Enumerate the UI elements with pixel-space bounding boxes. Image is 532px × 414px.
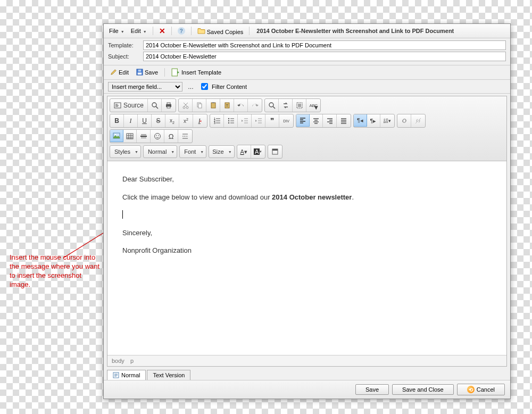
undo-button[interactable]: [234, 99, 248, 112]
smiley-button[interactable]: [151, 130, 164, 143]
numbered-list-button[interactable]: 123: [210, 114, 224, 127]
header-fields: Template: Subject:: [104, 38, 510, 65]
align-center-icon: [312, 117, 320, 125]
special-char-button[interactable]: Ω: [164, 130, 178, 143]
path-body[interactable]: body: [112, 358, 124, 364]
remove-format-button[interactable]: I×: [193, 114, 207, 127]
edit-menu[interactable]: Edit ▼: [129, 27, 149, 35]
underline-button[interactable]: U: [138, 114, 152, 127]
replace-button[interactable]: [279, 99, 293, 112]
format-combo[interactable]: Normal▼: [143, 145, 177, 158]
copy-button[interactable]: [193, 99, 206, 112]
insert-template-button[interactable]: Insert Template: [169, 67, 223, 78]
separator: [191, 27, 192, 35]
align-left-button[interactable]: [296, 114, 310, 127]
link-button[interactable]: [397, 114, 411, 127]
unlink-icon: [414, 117, 422, 125]
strike-button[interactable]: S: [152, 114, 165, 127]
ltr-button[interactable]: ¶◂: [353, 114, 367, 127]
size-combo[interactable]: Size▼: [209, 145, 234, 158]
svg-point-11: [183, 106, 185, 109]
hr-button[interactable]: [137, 130, 151, 143]
smiley-icon: [154, 133, 161, 140]
language-button[interactable]: 話▾: [380, 114, 394, 127]
div-button[interactable]: DIV: [279, 114, 293, 127]
print-button[interactable]: [162, 99, 176, 112]
chevron-down-icon: ▼: [135, 150, 138, 154]
printer-icon: [165, 102, 172, 109]
table-button[interactable]: [123, 130, 137, 143]
text-color-button[interactable]: A▾: [237, 145, 251, 158]
paste-text-button[interactable]: T: [220, 99, 234, 112]
outdent-button[interactable]: [238, 114, 252, 127]
rtl-button[interactable]: ¶▸: [367, 114, 380, 127]
help-button[interactable]: ?: [176, 26, 187, 36]
svg-rect-37: [272, 149, 278, 151]
strike-icon: S: [156, 117, 160, 125]
unlink-button[interactable]: [411, 114, 425, 127]
svg-line-20: [273, 106, 275, 109]
editor-content-area[interactable]: Dear Subscriber, Click the image below t…: [107, 161, 506, 355]
annotation-callout: Insert the mouse cursor into the message…: [10, 253, 100, 289]
maximize-button[interactable]: [268, 145, 282, 158]
edit-button[interactable]: Edit: [108, 68, 131, 78]
svg-rect-14: [198, 104, 202, 108]
floppy-icon: [136, 69, 143, 77]
pagebreak-icon: [181, 133, 189, 140]
filter-content-checkbox[interactable]: Filter Content: [199, 81, 247, 92]
indent-button[interactable]: [252, 114, 265, 127]
blockquote-button[interactable]: ❞: [265, 114, 279, 127]
separator: [249, 27, 250, 35]
ol-icon: 123: [213, 117, 221, 125]
align-right-button[interactable]: [323, 114, 337, 127]
dialog-cancel-button[interactable]: ⟲ Cancel: [457, 384, 505, 395]
preview-button[interactable]: [148, 99, 162, 112]
redo-button[interactable]: [248, 99, 262, 112]
page-break-button[interactable]: [178, 130, 192, 143]
bulleted-list-button[interactable]: [224, 114, 238, 127]
italic-button[interactable]: I: [124, 114, 138, 127]
file-menu[interactable]: File ▼: [107, 27, 127, 35]
svg-point-35: [158, 135, 159, 136]
spellcheck-button[interactable]: ABC ▼: [306, 99, 320, 112]
saved-copies-button[interactable]: Saved Copies: [195, 26, 246, 36]
subject-input[interactable]: [143, 52, 506, 61]
action-toolbar: Edit Save Insert Template: [104, 65, 510, 80]
svg-point-33: [154, 134, 160, 139]
dialog-save-close-button[interactable]: Save and Close: [392, 384, 454, 395]
tab-normal[interactable]: Normal: [107, 370, 146, 380]
merge-field-select[interactable]: Insert merge field...: [108, 82, 182, 92]
pilcrow-ltr-icon: ¶◂: [357, 117, 363, 124]
maximize-icon: [271, 148, 279, 155]
select-all-button[interactable]: [293, 99, 306, 112]
cut-button[interactable]: [179, 99, 193, 112]
font-combo[interactable]: Font▼: [179, 145, 206, 158]
chevron-down-icon: ▼: [143, 30, 147, 34]
source-button[interactable]: Source: [110, 99, 148, 112]
dialog-save-button[interactable]: Save: [355, 384, 389, 395]
bg-color-button[interactable]: A▾: [251, 145, 265, 158]
find-button[interactable]: [265, 99, 279, 112]
link-icon: [401, 117, 408, 125]
superscript-button[interactable]: x2: [179, 114, 193, 127]
separator: [164, 68, 165, 77]
svg-point-12: [186, 106, 188, 109]
image-button[interactable]: [110, 129, 123, 142]
subject-label: Subject:: [108, 53, 139, 60]
subscript-button[interactable]: x2: [165, 114, 179, 127]
path-p[interactable]: p: [130, 358, 134, 364]
paste-button[interactable]: [206, 99, 220, 112]
rich-text-editor: Source T A: [107, 96, 507, 367]
save-button[interactable]: Save: [134, 68, 160, 78]
filter-content-input[interactable]: [201, 83, 208, 90]
align-justify-button[interactable]: [337, 114, 351, 127]
align-center-button[interactable]: [309, 114, 323, 127]
copy-icon: [196, 102, 203, 109]
template-input[interactable]: [143, 40, 506, 50]
tab-text-version[interactable]: Text Version: [147, 370, 190, 380]
view-tabs: Normal Text Version: [104, 369, 510, 380]
delete-button[interactable]: ✕: [157, 26, 168, 36]
merge-toolbar: Insert merge field... … Filter Content: [104, 80, 510, 94]
styles-combo[interactable]: Styles▼: [110, 145, 141, 158]
bold-button[interactable]: B: [110, 114, 124, 127]
